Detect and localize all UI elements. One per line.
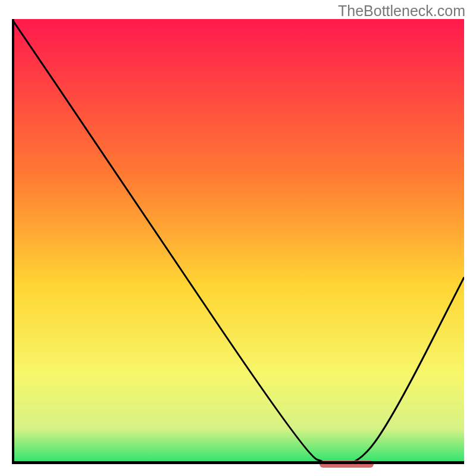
- x-axis: [12, 461, 464, 464]
- curve-svg: [12, 19, 464, 464]
- chart-container: TheBottleneck.com: [0, 0, 476, 476]
- y-axis: [12, 19, 14, 464]
- plot-area: [12, 19, 464, 464]
- bottleneck-curve: [12, 19, 464, 464]
- watermark-text: TheBottleneck.com: [338, 2, 465, 20]
